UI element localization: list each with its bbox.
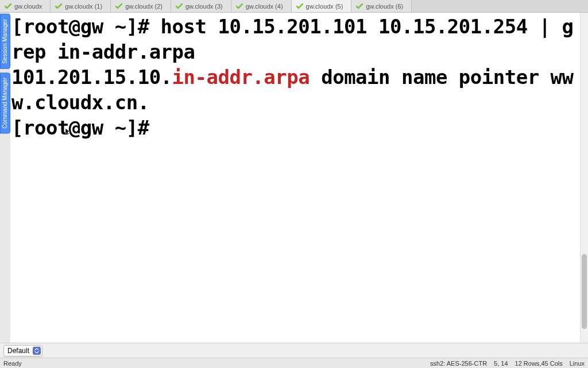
side-tab-command-manager[interactable]: Command Manager: [0, 72, 10, 133]
bottom-bar: Default: [0, 343, 588, 358]
tab-gw-cloudx-0[interactable]: gw.cloudx: [0, 0, 51, 12]
profile-select-value: Default: [7, 347, 29, 355]
tab-label: gw.cloudx (5): [306, 3, 343, 10]
tab-label: gw.cloudx (1): [65, 3, 102, 10]
terminal-line-2a: 101.201.15.10.: [11, 66, 172, 89]
check-icon: [5, 3, 11, 9]
check-icon: [296, 3, 303, 9]
tab-gw-cloudx-1[interactable]: gw.cloudx (1): [51, 0, 111, 12]
profile-select[interactable]: Default: [3, 345, 42, 356]
tab-gw-cloudx-2[interactable]: gw.cloudx (2): [111, 0, 171, 12]
check-icon: [115, 3, 122, 9]
status-os: Linux: [570, 360, 585, 367]
tab-label: gw.cloudx (4): [246, 3, 283, 10]
terminal-output[interactable]: [root@gw ~]# host 10.15.201.101 10.15.20…: [10, 13, 580, 343]
check-icon: [356, 3, 363, 9]
tab-gw-cloudx-4[interactable]: gw.cloudx (4): [231, 0, 292, 12]
status-bar: Ready ssh2: AES-256-CTR 5, 14 12 Rows,45…: [0, 358, 588, 368]
updown-icon: [33, 347, 41, 355]
tab-label: gw.cloudx: [14, 3, 42, 10]
side-tab-session-manager[interactable]: Session Manager: [0, 14, 10, 69]
check-icon: [176, 3, 183, 9]
terminal-line-2-highlight: in-addr.arpa: [172, 66, 310, 89]
check-icon: [55, 3, 62, 9]
status-cursor-pos: 5, 14: [494, 360, 508, 367]
scrollbar[interactable]: [580, 13, 588, 343]
tab-label: gw.cloudx (6): [366, 3, 403, 10]
status-terminal-size: 12 Rows,45 Cols: [515, 360, 563, 367]
terminal-line-1: [root@gw ~]# host 10.15.201.101 10.15.20…: [11, 15, 574, 63]
tab-label: gw.cloudx (2): [125, 3, 163, 10]
tab-gw-cloudx-3[interactable]: gw.cloudx (3): [171, 0, 231, 12]
tab-gw-cloudx-6[interactable]: gw.cloudx (6): [351, 0, 412, 12]
side-tabs: Session Manager Command Manager: [0, 13, 10, 343]
tab-label: gw.cloudx (3): [185, 3, 223, 10]
status-ready: Ready: [3, 360, 423, 367]
scrollbar-thumb[interactable]: [582, 254, 587, 329]
tab-bar: gw.cloudx gw.cloudx (1) gw.cloudx (2) gw…: [0, 0, 588, 13]
terminal-prompt: [root@gw ~]#: [11, 116, 161, 139]
check-icon: [236, 3, 243, 9]
tab-gw-cloudx-5[interactable]: gw.cloudx (5): [292, 0, 352, 12]
status-connection: ssh2: AES-256-CTR: [430, 360, 487, 367]
